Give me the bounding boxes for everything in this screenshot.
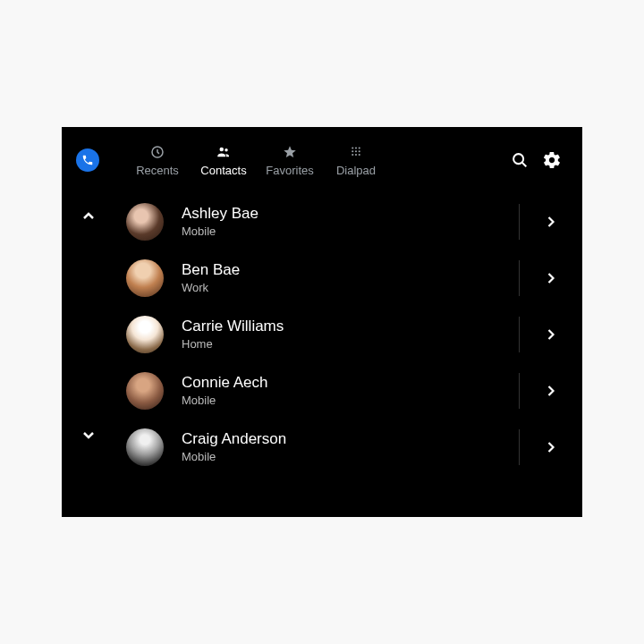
- svg-point-8: [359, 150, 360, 152]
- top-bar: Recents Contacts Favorites Dialpad: [62, 127, 582, 193]
- contact-type: Work: [182, 281, 512, 294]
- chevron-down-icon: [78, 424, 99, 445]
- contact-info: Carrie Williams Home: [182, 318, 512, 351]
- tab-favorites[interactable]: Favorites: [260, 144, 319, 177]
- scroll-down-button[interactable]: [78, 424, 99, 449]
- svg-point-3: [352, 147, 353, 148]
- contact-name: Ben Bae: [182, 261, 512, 279]
- contact-type: Home: [182, 337, 512, 351]
- search-icon: [510, 150, 530, 170]
- chevron-right-icon: [542, 438, 560, 456]
- clock-icon: [149, 144, 165, 160]
- contact-info: Craig Anderson Mobile: [182, 430, 512, 463]
- svg-point-5: [359, 147, 360, 148]
- contact-details-button[interactable]: [520, 382, 582, 400]
- svg-point-12: [513, 154, 523, 164]
- contact-row[interactable]: Carrie Williams Home: [126, 306, 582, 362]
- svg-point-2: [225, 148, 227, 151]
- chevron-up-icon: [78, 206, 99, 227]
- tab-label: Recents: [136, 164, 179, 177]
- tab-dialpad[interactable]: Dialpad: [326, 144, 386, 177]
- contact-row[interactable]: Ashley Bae Mobile: [126, 193, 582, 250]
- scroll-up-button[interactable]: [78, 206, 99, 231]
- tab-label: Contacts: [200, 164, 246, 177]
- scroll-column: [62, 193, 115, 517]
- contact-details-button[interactable]: [520, 269, 582, 287]
- contact-name: Craig Anderson: [182, 430, 512, 448]
- svg-point-6: [352, 150, 353, 152]
- svg-point-11: [359, 153, 360, 155]
- avatar: [126, 259, 164, 297]
- settings-button[interactable]: [536, 144, 568, 176]
- chevron-right-icon: [542, 213, 560, 231]
- tab-recents[interactable]: Recents: [128, 144, 187, 177]
- svg-point-9: [352, 153, 353, 155]
- contact-details-button[interactable]: [520, 326, 582, 343]
- people-icon: [216, 144, 232, 160]
- phone-app-icon: [76, 148, 99, 172]
- svg-point-1: [220, 147, 225, 151]
- contact-type: Mobile: [182, 450, 512, 463]
- contact-type: Mobile: [182, 394, 512, 407]
- contact-row[interactable]: Craig Anderson Mobile: [126, 419, 582, 475]
- contact-type: Mobile: [182, 225, 512, 238]
- tab-bar: Recents Contacts Favorites Dialpad: [128, 144, 386, 177]
- avatar: [126, 372, 164, 410]
- chevron-right-icon: [542, 382, 560, 400]
- contact-info: Connie Aech Mobile: [182, 374, 512, 407]
- tab-contacts[interactable]: Contacts: [194, 144, 253, 177]
- contacts-list-area: Ashley Bae Mobile Ben Bae Work: [62, 193, 582, 517]
- tab-label: Dialpad: [336, 164, 376, 177]
- contact-row[interactable]: Ben Bae Work: [126, 250, 582, 306]
- contact-info: Ashley Bae Mobile: [182, 205, 512, 238]
- chevron-right-icon: [542, 269, 560, 287]
- avatar: [126, 203, 164, 241]
- contact-info: Ben Bae Work: [182, 261, 512, 294]
- chevron-right-icon: [542, 326, 560, 343]
- svg-point-10: [355, 153, 357, 155]
- svg-point-7: [355, 150, 357, 152]
- contact-name: Connie Aech: [182, 374, 512, 392]
- avatar: [126, 316, 164, 353]
- contact-name: Ashley Bae: [182, 205, 512, 223]
- contact-name: Carrie Williams: [182, 318, 512, 335]
- svg-point-4: [355, 147, 357, 148]
- gear-icon: [542, 150, 562, 170]
- tab-label: Favorites: [266, 164, 313, 177]
- phone-app-screen: Recents Contacts Favorites Dialpad: [62, 127, 582, 517]
- avatar: [126, 428, 164, 466]
- search-button[interactable]: [504, 144, 536, 176]
- contact-row[interactable]: Connie Aech Mobile: [126, 362, 582, 419]
- contact-list: Ashley Bae Mobile Ben Bae Work: [126, 193, 582, 475]
- dialpad-icon: [348, 144, 364, 160]
- contact-details-button[interactable]: [520, 213, 582, 231]
- star-icon: [282, 144, 298, 160]
- contact-details-button[interactable]: [520, 438, 582, 456]
